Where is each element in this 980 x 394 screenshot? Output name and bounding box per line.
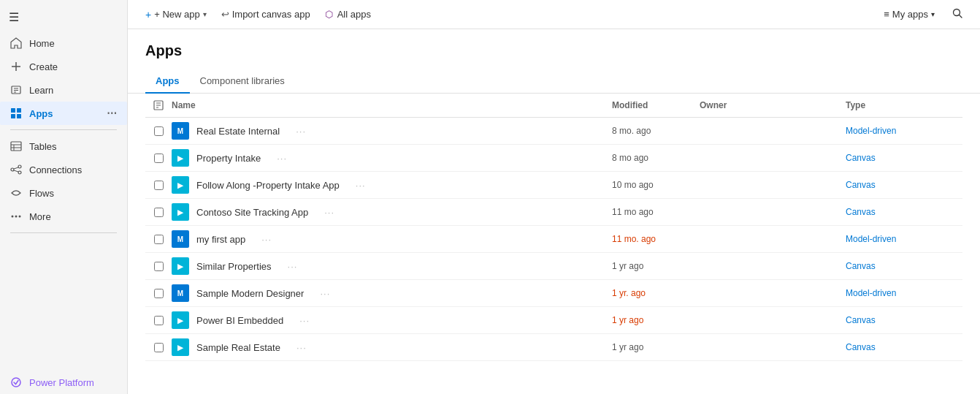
row-more-button[interactable]: ··· <box>321 205 337 219</box>
table-row[interactable]: M Sample Modern Designer ··· 1 yr. ago M… <box>145 280 962 307</box>
svg-rect-9 <box>17 114 21 118</box>
apps-more-icon[interactable]: ⋯ <box>107 107 117 119</box>
column-name-header[interactable]: Name <box>172 100 612 110</box>
table-row[interactable]: ▶ Contoso Site Tracking App ··· 11 mo ag… <box>145 199 962 226</box>
row-checkbox[interactable] <box>145 316 172 325</box>
app-modified: 1 yr ago <box>612 261 700 271</box>
app-name-cell: ▶ Property Intake ··· <box>172 149 612 167</box>
table-row[interactable]: ▶ Similar Properties ··· 1 yr ago Canvas <box>145 253 962 280</box>
sidebar-item-apps[interactable]: Apps ⋯ <box>0 102 127 125</box>
topbar: + + New app ▾ ↩ Import canvas app ⬡ All … <box>128 0 980 29</box>
sidebar-item-connections-label: Connections <box>29 164 82 175</box>
sidebar-item-connections[interactable]: Connections <box>0 158 127 181</box>
new-app-button[interactable]: + + New app ▾ <box>139 5 213 24</box>
table-row[interactable]: ▶ Follow Along -Property Intake App ··· … <box>145 172 962 199</box>
column-type-header[interactable]: Type <box>846 100 962 110</box>
row-checkbox[interactable] <box>145 289 172 298</box>
search-button[interactable] <box>946 4 968 24</box>
column-owner-header[interactable]: Owner <box>700 100 846 110</box>
create-icon <box>10 61 22 72</box>
app-icon: ▶ <box>172 257 189 275</box>
row-more-button[interactable]: ··· <box>293 124 309 138</box>
sidebar-item-more[interactable]: More <box>0 205 127 228</box>
sidebar-item-learn[interactable]: Learn <box>0 78 127 102</box>
app-name: Similar Properties <box>196 261 272 272</box>
app-name: Property Intake <box>196 153 261 164</box>
table-row[interactable]: M Real Estate Internal ··· 8 mo. ago Mod… <box>145 118 962 145</box>
row-more-button[interactable]: ··· <box>274 151 290 165</box>
office-icon: ⬡ <box>325 9 333 20</box>
app-type: Canvas <box>846 153 962 163</box>
app-modified: 11 mo ago <box>612 207 700 217</box>
svg-rect-7 <box>17 108 21 113</box>
svg-point-15 <box>18 165 21 168</box>
menu-lines-icon: ≡ <box>884 9 889 20</box>
checkbox[interactable] <box>154 126 164 136</box>
app-type: Canvas <box>846 261 962 271</box>
my-apps-chevron-icon: ▾ <box>931 10 935 18</box>
row-checkbox[interactable] <box>145 181 172 190</box>
app-icon: M <box>172 122 189 140</box>
table-body: M Real Estate Internal ··· 8 mo. ago Mod… <box>145 118 962 361</box>
app-modified: 10 mo ago <box>612 180 700 190</box>
svg-point-21 <box>19 216 21 218</box>
app-type: Canvas <box>846 342 962 352</box>
search-icon <box>952 8 962 20</box>
svg-point-19 <box>12 216 14 218</box>
svg-line-17 <box>14 167 18 169</box>
sidebar-item-flows[interactable]: Flows <box>0 181 127 205</box>
sidebar-item-apps-label: Apps <box>29 108 53 119</box>
tab-component-libraries[interactable]: Component libraries <box>190 69 295 94</box>
checkbox[interactable] <box>154 181 164 190</box>
svg-point-16 <box>18 171 21 174</box>
new-app-label: + New app <box>154 9 200 20</box>
checkbox[interactable] <box>154 343 164 352</box>
app-name-cell: ▶ Contoso Site Tracking App ··· <box>172 203 612 221</box>
table-row[interactable]: M my first app ··· 11 mo. ago Model-driv… <box>145 226 962 253</box>
row-more-button[interactable]: ··· <box>353 178 369 192</box>
sidebar-item-create[interactable]: Create <box>0 55 127 78</box>
table-row[interactable]: ▶ Sample Real Estate ··· 1 yr ago Canvas <box>145 334 962 361</box>
row-more-button[interactable]: ··· <box>259 232 275 246</box>
checkbox[interactable] <box>154 208 164 217</box>
sidebar-divider-1 <box>10 129 117 130</box>
row-checkbox[interactable] <box>145 235 172 244</box>
connections-icon <box>10 164 22 175</box>
sidebar-item-power-platform[interactable]: Power Platform <box>0 371 127 394</box>
all-apps-button[interactable]: ⬡ All apps <box>319 5 377 23</box>
sidebar: ☰ Home Create Learn Apps ⋯ Tables <box>0 0 128 394</box>
app-name-cell: ▶ Follow Along -Property Intake App ··· <box>172 176 612 194</box>
my-apps-button[interactable]: ≡ My apps ▾ <box>878 5 941 23</box>
row-more-button[interactable]: ··· <box>294 341 310 355</box>
app-modified: 8 mo ago <box>612 153 700 163</box>
sidebar-item-tables[interactable]: Tables <box>0 135 127 158</box>
app-name-cell: M Sample Modern Designer ··· <box>172 284 612 302</box>
sidebar-item-home[interactable]: Home <box>0 31 127 55</box>
checkbox[interactable] <box>154 316 164 325</box>
app-icon: ▶ <box>172 311 189 329</box>
import-canvas-button[interactable]: ↩ Import canvas app <box>215 5 316 23</box>
app-name: Follow Along -Property Intake App <box>196 180 340 191</box>
checkbox[interactable] <box>154 235 164 244</box>
svg-rect-8 <box>11 114 15 118</box>
checkbox[interactable] <box>154 289 164 298</box>
row-checkbox[interactable] <box>145 126 172 136</box>
row-more-button[interactable]: ··· <box>317 287 333 300</box>
topbar-right: ≡ My apps ▾ <box>878 4 968 24</box>
column-modified-header[interactable]: Modified <box>612 100 700 110</box>
row-more-button[interactable]: ··· <box>285 259 301 273</box>
row-checkbox[interactable] <box>145 262 172 271</box>
row-more-button[interactable]: ··· <box>296 314 313 327</box>
tab-apps[interactable]: Apps <box>145 69 190 94</box>
table-row[interactable]: ▶ Power BI Embedded ··· 1 yr ago Canvas <box>145 307 962 334</box>
row-checkbox[interactable] <box>145 343 172 352</box>
sidebar-item-learn-label: Learn <box>29 85 53 96</box>
row-checkbox[interactable] <box>145 154 172 163</box>
table-row[interactable]: ▶ Property Intake ··· 8 mo ago Canvas <box>145 145 962 172</box>
row-checkbox[interactable] <box>145 208 172 217</box>
checkbox[interactable] <box>154 154 164 163</box>
app-icon: ▶ <box>172 203 189 221</box>
hamburger-menu[interactable]: ☰ <box>9 7 118 27</box>
app-modified: 1 yr ago <box>612 315 700 325</box>
checkbox[interactable] <box>154 262 164 271</box>
